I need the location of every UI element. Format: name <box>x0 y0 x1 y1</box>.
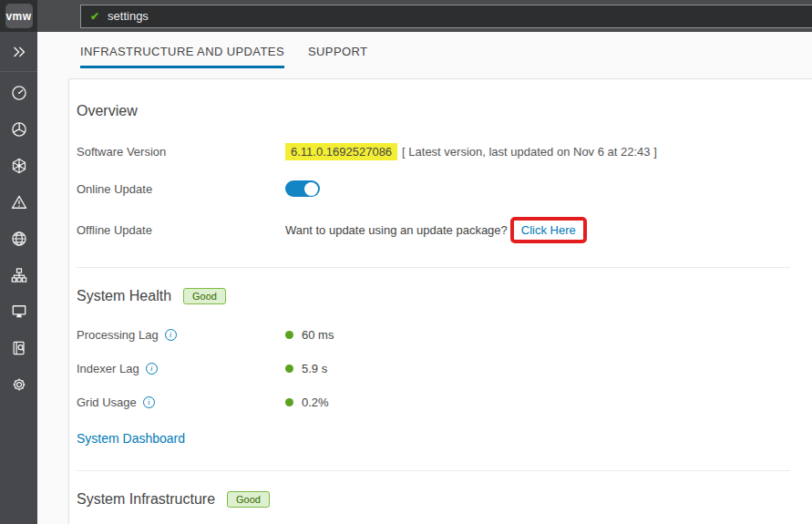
topology-icon <box>10 266 28 284</box>
book-search-icon <box>10 339 28 357</box>
software-version-value: 6.11.0.1692527086 <box>285 143 397 160</box>
search-value: settings <box>108 9 149 23</box>
gauge-icon <box>10 84 28 102</box>
system-infrastructure-title: System Infrastructure <box>77 491 215 508</box>
sidebar <box>0 32 37 524</box>
top-bar: vmw ✔ settings <box>0 0 812 32</box>
indexer-lag-value: 5.9 s <box>302 362 327 375</box>
monitor-icon <box>10 303 28 321</box>
online-update-label: Online Update <box>77 182 285 196</box>
pinwheel-icon <box>10 120 28 139</box>
double-chevron-right-icon <box>10 43 28 61</box>
indexer-lag-label: Indexer Lag <box>77 362 139 375</box>
sidebar-item-infrastructure[interactable] <box>10 157 28 175</box>
grid-usage-label: Grid Usage <box>77 396 137 409</box>
offline-update-label: Offline Update <box>77 223 285 237</box>
section-divider <box>77 470 790 471</box>
grid-usage-row: Grid Usage i 0.2% <box>77 396 790 409</box>
sidebar-expand-button[interactable] <box>10 43 28 61</box>
section-divider <box>77 267 790 268</box>
system-infrastructure-header: System Infrastructure Good <box>77 491 790 508</box>
tab-support[interactable]: SUPPORT <box>308 45 367 68</box>
processing-lag-value: 60 ms <box>302 328 334 342</box>
system-infrastructure-status-badge: Good <box>227 491 270 508</box>
info-icon[interactable]: i <box>165 329 177 341</box>
annotation-red-box: Click Here <box>510 217 587 243</box>
top-bar-right: ✔ settings <box>37 0 812 32</box>
globe-icon <box>10 230 28 248</box>
sidebar-item-network[interactable] <box>10 230 28 248</box>
processing-lag-row: Processing Lag i 60 ms <box>77 328 790 342</box>
software-version-label: Software Version <box>77 145 285 159</box>
sidebar-nav <box>10 84 28 394</box>
software-version-note: [ Latest version, last updated on Nov 6 … <box>402 145 657 159</box>
settings-card: Overview Software Version 6.11.0.1692527… <box>68 78 812 524</box>
check-icon: ✔ <box>90 10 99 23</box>
sidebar-item-topology[interactable] <box>10 266 28 284</box>
alert-triangle-icon <box>10 193 28 211</box>
sidebar-item-settings[interactable] <box>10 375 28 394</box>
status-dot-green <box>285 398 293 406</box>
software-version-row: Software Version 6.11.0.1692527086 [ Lat… <box>77 143 790 160</box>
logo-container: vmw <box>0 0 37 32</box>
vmware-logo[interactable]: vmw <box>5 4 33 28</box>
status-dot-green <box>285 331 293 339</box>
toggle-knob <box>304 182 318 196</box>
online-update-toggle[interactable] <box>285 180 320 197</box>
system-health-header: System Health Good <box>77 288 790 304</box>
search-input[interactable]: ✔ settings <box>80 5 812 28</box>
system-health-status-badge: Good <box>183 288 226 304</box>
hexagon-network-icon <box>10 157 28 175</box>
tab-bar: INFRASTRUCTURE AND UPDATES SUPPORT <box>80 45 812 68</box>
tab-infrastructure-and-updates[interactable]: INFRASTRUCTURE AND UPDATES <box>80 45 284 68</box>
indexer-lag-row: Indexer Lag i 5.9 s <box>77 362 790 375</box>
offline-update-text: Want to update using an update package? <box>285 223 508 237</box>
sidebar-item-alerts[interactable] <box>10 193 28 211</box>
app-window: vmw ✔ settings <box>0 0 812 524</box>
system-health-title: System Health <box>77 288 171 304</box>
sidebar-item-home[interactable] <box>10 120 28 139</box>
info-icon[interactable]: i <box>143 396 155 408</box>
system-dashboard-link[interactable]: System Dashboard <box>77 431 185 446</box>
click-here-link[interactable]: Click Here <box>521 223 576 237</box>
offline-update-row: Offline Update Want to update using an u… <box>77 217 790 243</box>
online-update-row: Online Update <box>77 180 790 197</box>
sidebar-item-dashboard[interactable] <box>10 84 28 102</box>
processing-lag-label: Processing Lag <box>77 328 159 342</box>
sidebar-divider <box>0 71 37 72</box>
status-dot-green <box>285 365 293 373</box>
sidebar-item-monitor[interactable] <box>10 303 28 321</box>
grid-usage-value: 0.2% <box>302 396 329 409</box>
sidebar-item-audit[interactable] <box>10 339 28 357</box>
gear-icon <box>10 375 28 394</box>
overview-title: Overview <box>77 103 790 119</box>
main-content: INFRASTRUCTURE AND UPDATES SUPPORT Overv… <box>37 32 812 524</box>
info-icon[interactable]: i <box>146 363 158 375</box>
